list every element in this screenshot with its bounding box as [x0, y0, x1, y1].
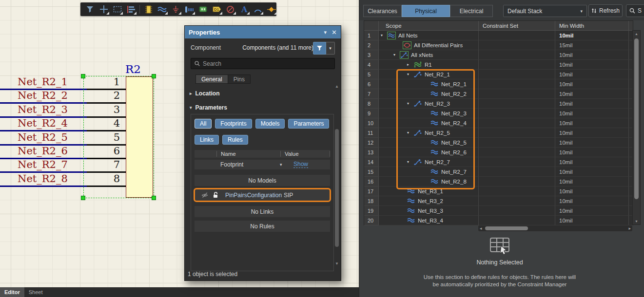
scope-label[interactable]: Net_R3_3 — [418, 208, 443, 214]
footprint-caret-icon[interactable]: ▾ — [280, 162, 293, 167]
column-scope[interactable]: Scope — [379, 21, 479, 31]
filter-icon[interactable] — [85, 4, 95, 15]
scope-cell[interactable]: ▾Net_R2_7 — [379, 157, 479, 167]
scroll-down-icon[interactable]: ▼ — [633, 220, 640, 223]
min-width-cell[interactable]: 10mil — [555, 167, 629, 177]
scope-cell[interactable]: ▾Net_R2_1 — [379, 70, 479, 79]
constraint-set-cell[interactable] — [479, 138, 555, 148]
constraint-row[interactable]: 19Net_R3_310mil — [364, 206, 633, 216]
tab-sheet[interactable]: Sheet — [24, 287, 47, 297]
filter-all-button[interactable]: All — [195, 119, 212, 129]
scope-cell[interactable]: ▾Net_R2_5 — [379, 128, 479, 138]
tree-collapse-icon[interactable]: ▾ — [407, 72, 413, 76]
constraint-row[interactable]: 5▾Net_R2_110mil — [364, 70, 633, 79]
constraint-row[interactable]: 14▾Net_R2_710mil — [364, 157, 633, 167]
scope-label[interactable]: Net_R2_7 — [425, 159, 450, 165]
constraint-row[interactable]: 16Net_R2_810mil — [364, 177, 633, 186]
min-width-cell[interactable]: 10mil — [555, 157, 629, 167]
constraint-set-cell[interactable] — [479, 206, 555, 216]
scope-cell[interactable]: Net_R2_7 — [379, 167, 479, 177]
scope-label[interactable]: Net_R2_3 — [425, 101, 450, 107]
tab-physical[interactable]: Physical — [402, 5, 450, 17]
min-width-cell[interactable]: 10mil — [555, 186, 629, 196]
scope-label[interactable]: Net_R2_5 — [425, 130, 450, 136]
properties-scrollbar[interactable]: ▲ ▼ — [334, 84, 339, 266]
scope-label[interactable]: Net_R2_6 — [441, 149, 467, 155]
component-body[interactable] — [126, 76, 153, 198]
ground-icon[interactable] — [171, 4, 181, 15]
constraint-set-cell[interactable] — [479, 60, 555, 70]
constraint-set-cell[interactable] — [479, 186, 555, 196]
constraint-search-input[interactable]: S — [626, 4, 644, 17]
table-vertical-scrollbar[interactable]: ▲ ▼ — [632, 30, 641, 225]
tab-pins[interactable]: Pins — [228, 74, 251, 84]
constraint-set-cell[interactable] — [479, 216, 555, 225]
min-width-cell[interactable]: 15mil — [555, 40, 629, 50]
constraint-set-cell[interactable] — [479, 50, 555, 60]
lock-open-icon[interactable] — [213, 192, 218, 198]
tab-editor[interactable]: Editor — [0, 287, 24, 297]
net-label[interactable]: Net_R2_1 — [18, 76, 68, 88]
column-min-width[interactable]: Min Width — [555, 21, 629, 31]
filter-parameters-button[interactable]: Parameters — [288, 119, 329, 129]
constraint-row[interactable]: 18Net_R3_210mil — [364, 196, 633, 206]
min-width-cell[interactable]: 10mil — [555, 89, 629, 99]
min-width-cell[interactable]: 10mil — [555, 109, 629, 118]
min-width-cell[interactable]: 10mil — [555, 50, 629, 60]
min-width-cell[interactable]: 10mil — [555, 99, 629, 109]
tree-collapse-icon[interactable]: ▾ — [381, 33, 387, 37]
section-parameters[interactable]: ▾ Parameters — [190, 104, 227, 111]
tree-collapse-icon[interactable]: ▾ — [407, 130, 413, 135]
constraint-row[interactable]: 2All Differential Pairs15mil — [364, 40, 633, 50]
component-designator[interactable]: R2 — [125, 63, 141, 75]
scope-label[interactable]: Net_R2_5 — [441, 140, 467, 146]
scope-cell[interactable]: Net_R2_5 — [379, 138, 479, 148]
stack-select[interactable]: Default Stack ▾ — [503, 5, 587, 17]
constraint-row[interactable]: 8▾Net_R2_310mil — [364, 99, 633, 109]
constraint-row[interactable]: 11▾Net_R2_510mil — [364, 128, 633, 138]
constraint-set-cell[interactable] — [479, 167, 555, 177]
min-width-cell[interactable]: 10mil — [555, 60, 629, 70]
min-width-cell[interactable]: 10mil — [555, 177, 629, 186]
component-icon[interactable] — [143, 4, 154, 15]
footprint-show-link[interactable]: Show — [293, 161, 308, 168]
filter-links-button[interactable]: Links — [195, 135, 219, 145]
filter-models-button[interactable]: Models — [255, 119, 285, 129]
scope-label[interactable]: R1 — [425, 62, 432, 68]
constraint-row[interactable]: 12Net_R2_510mil — [364, 138, 633, 148]
min-width-cell[interactable]: 10mil — [555, 148, 629, 157]
panel-menu-caret-icon[interactable]: ▾ — [324, 29, 327, 36]
refresh-button[interactable]: Refresh — [588, 4, 623, 17]
scroll-up-icon[interactable]: ▲ — [633, 32, 640, 36]
scope-cell[interactable]: ▸R1 — [379, 60, 479, 70]
constraint-row[interactable]: 3▾All xNets10mil — [364, 50, 633, 60]
constraint-row[interactable]: 6Net_R2_110mil — [364, 79, 633, 89]
selection-rect-icon[interactable] — [112, 4, 122, 15]
selection-handle[interactable] — [81, 196, 85, 200]
constraint-set-cell[interactable] — [479, 89, 555, 99]
probe-icon[interactable] — [184, 4, 195, 15]
constraint-set-cell[interactable] — [479, 109, 555, 118]
align-icon[interactable] — [126, 4, 136, 15]
scope-label[interactable]: Net_R2_3 — [441, 111, 467, 116]
constraint-row[interactable]: 20Net_R3_410mil — [364, 216, 633, 225]
min-width-cell[interactable]: 10mil — [555, 206, 629, 216]
scope-cell[interactable]: Net_R2_1 — [379, 79, 479, 89]
scope-cell[interactable]: ▾All Nets — [379, 31, 479, 40]
scope-cell[interactable]: ▾Net_R2_3 — [379, 99, 479, 109]
scope-cell[interactable]: Net_R3_3 — [379, 206, 479, 216]
scroll-up-icon[interactable]: ▲ — [334, 84, 339, 89]
constraint-row[interactable]: 9Net_R2_310mil — [364, 109, 633, 118]
constraint-set-cell[interactable] — [479, 31, 555, 40]
visibility-off-icon[interactable] — [201, 192, 208, 198]
scope-label[interactable]: Net_R2_4 — [441, 120, 467, 126]
scope-label[interactable]: All Nets — [398, 33, 418, 38]
properties-search-input[interactable]: Search — [191, 58, 335, 69]
designator-tag-icon[interactable]: D1 — [212, 4, 222, 15]
min-width-cell[interactable]: 10mil — [555, 118, 629, 128]
min-width-cell[interactable]: 10mil — [555, 216, 629, 225]
net-label[interactable]: Net_R2_8 — [18, 173, 68, 185]
tree-collapse-icon[interactable]: ▾ — [407, 160, 413, 164]
tree-collapse-icon[interactable]: ▾ — [393, 53, 399, 57]
constraint-row[interactable]: 4▸R110mil — [364, 60, 633, 70]
